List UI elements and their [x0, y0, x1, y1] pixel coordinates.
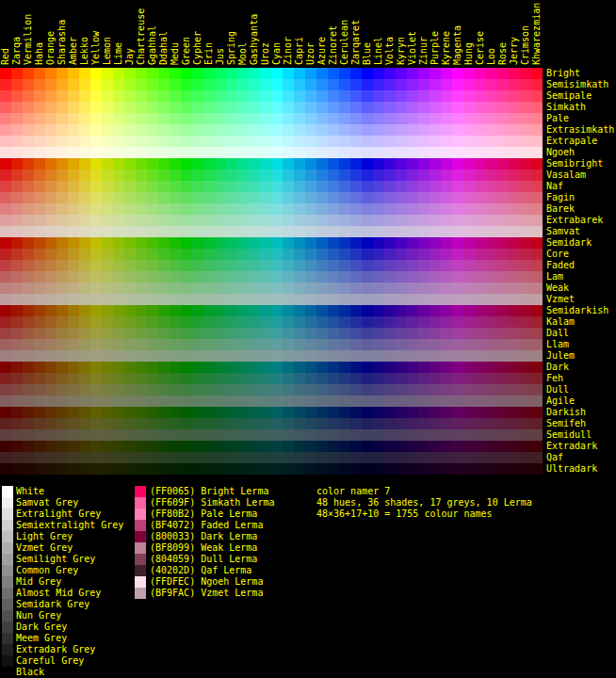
color-cell: [441, 237, 452, 249]
color-cell: [203, 339, 215, 350]
color-cell: [475, 339, 486, 350]
color-cell: [136, 350, 147, 362]
color-cell: [328, 136, 339, 147]
color-cell: [328, 328, 339, 339]
color-cell: [57, 328, 68, 339]
color-cell: [486, 226, 497, 237]
color-cell: [226, 316, 237, 328]
color-cell: [373, 90, 384, 102]
color-cell: [305, 373, 316, 384]
color-cell: [384, 396, 396, 407]
hue-label: Lekko: [79, 0, 90, 68]
color-cell: [23, 429, 34, 441]
color-cell: [283, 282, 294, 294]
hue-label: Gashyanta: [249, 0, 260, 68]
color-cell: [68, 124, 79, 136]
color-cell: [407, 429, 418, 441]
color-cell: [339, 282, 350, 294]
color-cell: [509, 226, 520, 237]
color-cell: [260, 79, 271, 90]
color-cell: [294, 260, 305, 271]
color-cell: [271, 90, 283, 102]
color-cell: [316, 418, 328, 429]
color-cell: [305, 452, 316, 463]
color-cell: [271, 328, 283, 339]
color-cell: [68, 226, 79, 237]
color-cell: [102, 226, 113, 237]
color-cell: [520, 418, 531, 429]
color-cell: [237, 170, 249, 181]
color-cell: [136, 418, 147, 429]
color-cell: [373, 203, 384, 215]
color-cell: [192, 102, 203, 113]
color-cell: [362, 158, 373, 170]
hue-label: Loo: [486, 0, 497, 68]
color-cell: [237, 215, 249, 226]
shade-label: Lam: [546, 271, 616, 282]
color-cell: [305, 124, 316, 136]
shade-label: Semidarkish: [546, 305, 616, 316]
color-cell: [102, 215, 113, 226]
color-cell: [407, 226, 418, 237]
color-cell: [203, 350, 215, 362]
color-cell: [57, 373, 68, 384]
color-cell: [158, 384, 170, 396]
color-cell: [90, 373, 102, 384]
color-cell: [249, 429, 260, 441]
color-cell: [170, 124, 181, 136]
color-cell: [45, 170, 57, 181]
color-cell: [418, 158, 430, 170]
color-cell: [531, 124, 543, 136]
shade-label: Semisimkath: [546, 79, 616, 90]
color-cell: [192, 203, 203, 215]
color-cell: [271, 124, 283, 136]
color-cell: [215, 339, 226, 350]
color-cell: [181, 407, 192, 418]
color-cell: [215, 282, 226, 294]
color-cell: [158, 429, 170, 441]
color-cell: [113, 373, 124, 384]
color-cell: [34, 203, 45, 215]
color-cell: [0, 418, 11, 429]
color-cell: [283, 192, 294, 203]
color-cell: [181, 463, 192, 475]
color-cell: [316, 90, 328, 102]
color-cell: [373, 68, 384, 79]
color-cell: [192, 158, 203, 170]
color-cell: [294, 79, 305, 90]
color-cell: [0, 271, 11, 282]
color-cell: [373, 305, 384, 316]
color-cell: [328, 102, 339, 113]
color-cell: [475, 328, 486, 339]
color-cell: [170, 441, 181, 452]
color-cell: [418, 113, 430, 124]
color-cell: [463, 181, 475, 192]
color-cell: [475, 203, 486, 215]
color-cell: [113, 328, 124, 339]
color-cell: [509, 203, 520, 215]
color-cell: [475, 170, 486, 181]
color-cell: [339, 136, 350, 147]
color-cell: [430, 328, 441, 339]
color-cell: [463, 271, 475, 282]
color-cell: [271, 418, 283, 429]
color-cell: [463, 113, 475, 124]
color-cell: [452, 215, 463, 226]
color-cell: [339, 124, 350, 136]
color-cell: [34, 362, 45, 373]
color-cell: [531, 113, 543, 124]
color-cell: [339, 181, 350, 192]
color-cell: [249, 249, 260, 260]
color-cell: [215, 441, 226, 452]
color-cell: [45, 350, 57, 362]
color-cell: [181, 136, 192, 147]
color-cell: [158, 418, 170, 429]
color-cell: [497, 407, 509, 418]
color-cell: [34, 407, 45, 418]
color-cell: [34, 441, 45, 452]
color-cell: [305, 328, 316, 339]
shade-label: Ngoeh: [546, 147, 616, 158]
color-cell: [57, 237, 68, 249]
color-cell: [520, 237, 531, 249]
color-cell: [170, 226, 181, 237]
